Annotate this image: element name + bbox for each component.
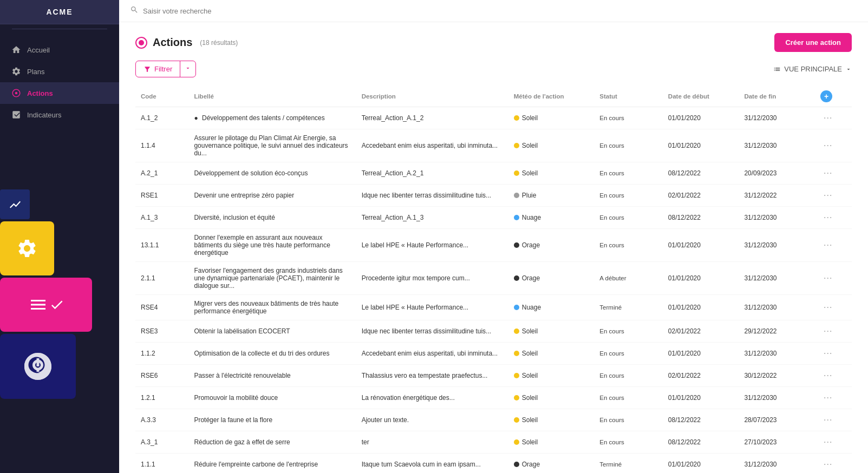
table-row: A.3_1 Réduction de gaz à effet de serre …: [135, 431, 852, 454]
row-more-button[interactable]: ···: [820, 458, 836, 470]
widget-settings[interactable]: [0, 221, 54, 275]
row-more-button[interactable]: ···: [820, 112, 836, 124]
sidebar-divider: [12, 29, 107, 29]
widget-compass[interactable]: [0, 334, 76, 399]
statut-badge: En cours: [599, 142, 624, 149]
statut-badge: En cours: [599, 439, 624, 445]
cell-statut: En cours: [594, 129, 663, 162]
cell-code: A.3.3: [135, 409, 188, 431]
cell-date-fin: 31/12/2030: [739, 343, 815, 365]
sidebar-item-plans[interactable]: Plans: [0, 61, 119, 82]
cell-row-actions: ···: [815, 387, 852, 409]
cell-description: Idque nec libenter terras dissimilitudin…: [356, 320, 508, 343]
cell-row-actions: ···: [815, 229, 852, 262]
meteo-label: Soleil: [522, 114, 538, 122]
main-content: Actions (18 résultats) Créer une action …: [119, 0, 868, 473]
cell-statut: En cours: [594, 107, 663, 129]
cell-libelle: Développement de solution éco-conçus: [188, 162, 356, 185]
cell-row-actions: ···: [815, 207, 852, 229]
widget-analytics[interactable]: [0, 189, 30, 219]
row-more-button[interactable]: ···: [820, 212, 836, 224]
add-column-button[interactable]: +: [820, 90, 832, 102]
search-input[interactable]: [143, 7, 305, 15]
meteo-label: Orage: [522, 241, 540, 249]
table-row: RSE1 Devenir une entreprise zéro papier …: [135, 185, 852, 207]
meteo-dot-icon: [514, 329, 519, 334]
table-row: 13.1.1 Donner l'exemple en assurant aux …: [135, 229, 852, 262]
sidebar-item-label: Plans: [27, 68, 45, 76]
col-header-statut: Statut: [594, 86, 663, 107]
sidebar: ACME Accueil Plans Actions Indicateurs: [0, 0, 119, 473]
cell-date-debut: 01/01/2020: [663, 107, 739, 129]
search-icon: [130, 5, 139, 16]
statut-badge: En cours: [599, 350, 624, 357]
table-row: A.1_3 Diversité, inclusion et équité Ter…: [135, 207, 852, 229]
meteo-dot-icon: [514, 373, 519, 378]
filter-chevron-button[interactable]: [180, 61, 195, 77]
cell-code: A.2_1: [135, 162, 188, 185]
create-action-button[interactable]: Créer une action: [774, 33, 852, 52]
cell-code: A.1_3: [135, 207, 188, 229]
cell-date-debut: 08/12/2022: [663, 207, 739, 229]
row-more-button[interactable]: ···: [820, 167, 836, 179]
meteo-label: Orage: [522, 274, 540, 282]
cell-meteo: Pluie: [508, 185, 595, 207]
cell-code: RSE6: [135, 365, 188, 387]
cell-date-fin: 31/12/2030: [739, 295, 815, 320]
cell-libelle: Optimisation de la collecte et du tri de…: [188, 343, 356, 365]
cell-date-debut: 01/01/2020: [663, 454, 739, 474]
target-icon: [11, 88, 22, 98]
meteo-label: Soleil: [522, 438, 538, 446]
cell-libelle: Passer à l'électricité renouvelable: [188, 365, 356, 387]
row-more-button[interactable]: ···: [820, 347, 836, 359]
statut-badge: En cours: [599, 115, 624, 121]
row-more-button[interactable]: ···: [820, 239, 836, 251]
row-more-button[interactable]: ···: [820, 189, 836, 201]
row-more-button[interactable]: ···: [820, 414, 836, 426]
meteo-dot-icon: [514, 242, 519, 248]
cell-date-fin: 31/12/2022: [739, 185, 815, 207]
cell-meteo: Orage: [508, 229, 595, 262]
row-more-button[interactable]: ···: [820, 436, 836, 448]
cell-date-fin: 30/12/2022: [739, 365, 815, 387]
cell-meteo: Soleil: [508, 162, 595, 185]
cell-description: Le label HPE « Haute Performance...: [356, 295, 508, 320]
meteo-label: Soleil: [522, 350, 538, 357]
cell-date-debut: 02/01/2022: [663, 320, 739, 343]
meteo-dot-icon: [514, 115, 519, 121]
topbar: [119, 0, 868, 22]
table-row: 1.2.1 Promouvoir la mobilité douce La ré…: [135, 387, 852, 409]
meteo-label: Soleil: [522, 327, 538, 335]
view-selector[interactable]: VUE PRINCIPALE: [773, 65, 852, 73]
cell-statut: En cours: [594, 185, 663, 207]
row-more-button[interactable]: ···: [820, 370, 836, 382]
statut-badge: Terminé: [599, 461, 622, 468]
meteo-label: Pluie: [522, 192, 537, 199]
cell-statut: En cours: [594, 207, 663, 229]
table-row: 1.1.2 Optimisation de la collecte et du …: [135, 343, 852, 365]
row-more-button[interactable]: ···: [820, 325, 836, 337]
filter-main-button[interactable]: Filtrer: [136, 61, 180, 77]
row-more-button[interactable]: ···: [820, 301, 836, 313]
widget-tasks[interactable]: [0, 278, 92, 332]
meteo-label: Soleil: [522, 142, 538, 149]
table-row: A.1_2 ● Développement des talents / comp…: [135, 107, 852, 129]
cell-meteo: Orage: [508, 454, 595, 474]
sidebar-item-actions[interactable]: Actions: [0, 82, 119, 104]
cell-date-debut: 08/12/2022: [663, 409, 739, 431]
row-more-button[interactable]: ···: [820, 140, 836, 152]
sidebar-item-accueil[interactable]: Accueil: [0, 39, 119, 61]
cell-row-actions: ···: [815, 162, 852, 185]
filter-button-group: Filtrer: [135, 61, 196, 77]
cell-meteo: Orage: [508, 262, 595, 295]
meteo-dot-icon: [514, 439, 519, 445]
col-header-code: Code: [135, 86, 188, 107]
table-row: A.2_1 Développement de solution éco-conç…: [135, 162, 852, 185]
svg-point-0: [15, 92, 18, 95]
meteo-dot-icon: [514, 305, 519, 310]
page-title: Actions: [153, 36, 192, 49]
page-title-area: Actions (18 résultats): [135, 36, 238, 49]
row-more-button[interactable]: ···: [820, 392, 836, 404]
row-more-button[interactable]: ···: [820, 272, 836, 284]
sidebar-item-indicateurs[interactable]: Indicateurs: [0, 104, 119, 126]
